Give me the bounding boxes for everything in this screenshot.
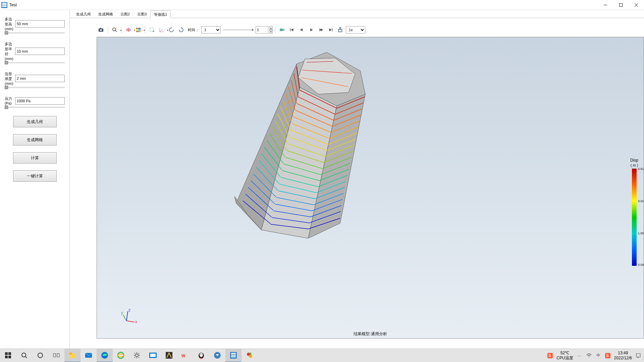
thickness-slider[interactable] — [5, 87, 65, 88]
svg-text:z: z — [128, 308, 130, 312]
app-icon-3[interactable] — [209, 349, 225, 362]
record-icon[interactable] — [278, 25, 286, 34]
ie-icon[interactable] — [113, 349, 129, 362]
polygon-radius-slider[interactable] — [5, 62, 65, 63]
minimize-button[interactable] — [598, 0, 613, 10]
polygon-height-slider[interactable] — [5, 32, 65, 34]
app-icon-4[interactable] — [225, 349, 241, 362]
time-slider[interactable] — [223, 29, 253, 31]
selection-icon[interactable] — [148, 25, 156, 34]
close-button[interactable] — [629, 0, 644, 10]
tray-sogou-icon-2[interactable]: S — [605, 353, 611, 359]
play-icon[interactable] — [307, 25, 316, 34]
compute-button[interactable]: 计算 — [13, 152, 57, 164]
edge-icon[interactable] — [97, 349, 113, 362]
svg-text:y: y — [121, 310, 123, 315]
skip-end-icon[interactable] — [326, 25, 335, 34]
tab-mesh[interactable]: 生成网格 — [95, 10, 117, 18]
svg-rect-19 — [139, 29, 141, 31]
file-explorer-icon[interactable] — [64, 349, 80, 362]
zoom-icon[interactable]: ▾ — [110, 25, 119, 34]
svg-rect-147 — [231, 356, 236, 357]
legend-tick: 3.013e-10 — [638, 199, 644, 203]
time-select[interactable]: 1 — [201, 26, 221, 34]
svg-rect-113 — [8, 356, 11, 358]
tab-contour3[interactable]: 云图3 — [133, 10, 150, 18]
svg-point-140 — [200, 354, 201, 355]
tab-isoline1[interactable]: 等值线1 — [150, 10, 171, 18]
svg-point-10 — [113, 28, 116, 31]
axis-toggle-icon[interactable]: ▾ — [157, 25, 166, 34]
field-label: 多边形半径 (mm) — [5, 42, 15, 61]
spinner-up[interactable]: ▴ — [269, 26, 273, 30]
tab-contour2[interactable]: 云图2 — [117, 10, 133, 18]
svg-point-116 — [38, 353, 43, 358]
app-icon-5[interactable] — [241, 349, 258, 362]
svg-rect-14 — [136, 28, 138, 29]
app-icon — [1, 2, 7, 8]
mail-icon[interactable] — [80, 349, 97, 362]
qq-icon[interactable] — [193, 349, 209, 362]
svg-rect-17 — [136, 29, 138, 31]
maximize-button[interactable] — [613, 0, 629, 10]
svg-rect-110 — [5, 352, 8, 355]
legend-title: Disp — [630, 158, 638, 163]
thickness-input[interactable] — [15, 75, 65, 82]
step-forward-icon[interactable] — [317, 25, 325, 34]
svg-line-130 — [135, 353, 135, 354]
viewport-3d[interactable]: x y z Disp ( m ) 4.519e-10 3.013e-10 1.5… — [97, 37, 644, 339]
wps-icon[interactable]: W — [177, 349, 193, 362]
wifi-icon[interactable] — [586, 353, 592, 359]
temperature-widget[interactable]: 52℃ CPU温度 — [556, 351, 573, 360]
polygon-radius-input[interactable] — [15, 48, 65, 55]
svg-rect-146 — [231, 355, 236, 356]
rotate-cw-icon[interactable] — [177, 25, 185, 34]
generate-geometry-button[interactable]: 生成几何 — [13, 116, 57, 127]
svg-rect-111 — [8, 352, 11, 355]
svg-rect-145 — [231, 353, 236, 354]
cortana-icon[interactable] — [32, 349, 48, 362]
speed-select[interactable]: 1x — [346, 26, 365, 34]
svg-point-114 — [22, 353, 26, 357]
camera-icon[interactable] — [97, 25, 105, 34]
svg-rect-20 — [136, 31, 138, 32]
svg-point-141 — [202, 354, 202, 355]
svg-line-115 — [25, 357, 27, 358]
step-back-icon[interactable] — [297, 25, 306, 34]
svg-line-11 — [115, 31, 117, 32]
axis-triad-icon: x y z — [120, 308, 137, 325]
polygon-height-input[interactable] — [15, 20, 65, 27]
frame-spinner[interactable] — [256, 26, 268, 34]
svg-line-132 — [139, 353, 139, 354]
settings-icon[interactable] — [129, 349, 145, 362]
start-button[interactable] — [0, 349, 16, 362]
tab-strip: 生成几何 生成网格 云图2 云图3 等值线1 — [70, 10, 644, 18]
svg-rect-22 — [139, 31, 141, 32]
ime-icon[interactable]: 中 — [595, 353, 601, 359]
generate-mesh-button[interactable]: 生成网格 — [13, 134, 57, 145]
rotate-ccw-icon[interactable] — [167, 25, 176, 34]
pressure-slider[interactable] — [5, 107, 65, 108]
svg-line-108 — [126, 311, 128, 321]
svg-rect-120 — [69, 353, 72, 354]
export-icon[interactable] — [336, 25, 345, 34]
viewer-toolbar: ▾ ▾ ▾ ▾ 时间： 1 ▴▾ — [97, 25, 644, 35]
tab-geometry[interactable]: 生成几何 — [72, 10, 95, 18]
taskview-icon[interactable] — [48, 349, 64, 362]
app-icon-2[interactable] — [161, 349, 177, 362]
search-icon[interactable] — [16, 349, 32, 362]
pressure-input[interactable] — [15, 97, 65, 105]
svg-line-131 — [139, 357, 139, 358]
colormap-icon[interactable]: ▾ — [134, 25, 143, 34]
one-click-compute-button[interactable]: 一键计算 — [13, 170, 57, 182]
tray-sogou-icon[interactable]: S — [547, 353, 553, 359]
titlebar: Test — [0, 0, 644, 10]
action-center-icon[interactable] — [635, 353, 641, 359]
tray-overflow-icon[interactable]: ︿ — [577, 353, 583, 359]
plane-icon[interactable]: ▾ — [124, 25, 133, 34]
clock[interactable]: 13:49 2022/12/6 — [614, 351, 632, 360]
app-icon-1[interactable] — [145, 349, 161, 362]
spinner-down[interactable]: ▾ — [269, 30, 273, 34]
skip-start-icon[interactable] — [287, 25, 296, 34]
svg-rect-18 — [138, 29, 139, 31]
